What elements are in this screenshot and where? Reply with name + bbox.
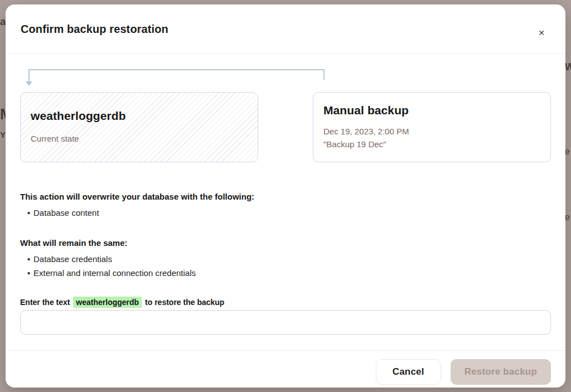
overwrite-section: This action will overwrite your database… — [20, 192, 551, 220]
list-item: Database credentials — [20, 252, 551, 266]
confirmation-input[interactable] — [20, 310, 551, 335]
list-item: Database content — [20, 206, 551, 220]
background-text-fragment: Y — [0, 130, 6, 139]
restore-flow-arrow — [20, 54, 551, 92]
background-page-left-edge: a M Y — [0, 0, 6, 392]
close-button[interactable]: ✕ — [534, 26, 549, 40]
remain-same-list: Database credentials External and intern… — [20, 252, 551, 280]
current-state-label: Current state — [31, 132, 248, 145]
background-text-fragment: M — [0, 107, 6, 122]
background-text-fragment: a — [0, 16, 6, 27]
modal-header: Confirm backup restoration ✕ — [6, 4, 565, 54]
confirmation-label-suffix: to restore the backup — [143, 298, 224, 307]
current-state-card: weatherloggerdb Current state — [20, 92, 258, 162]
close-icon: ✕ — [538, 29, 545, 37]
confirmation-label-prefix: Enter the text — [20, 298, 72, 307]
confirmation-text-highlight: weatherloggerdb — [73, 297, 142, 308]
manual-backup-card: Manual backup Dec 19, 2023, 2:00 PM "Bac… — [313, 92, 551, 162]
background-page-right-edge: W e e — [565, 0, 571, 392]
modal-body: weatherloggerdb Current state Manual bac… — [6, 54, 565, 335]
backup-diagram: weatherloggerdb Current state Manual bac… — [20, 92, 551, 162]
backup-note: "Backup 19 Dec" — [323, 138, 540, 151]
modal-title: Confirm backup restoration — [21, 23, 565, 36]
overwrite-list: Database content — [20, 206, 551, 220]
database-name: weatherloggerdb — [31, 109, 248, 123]
background-text-fragment: W — [565, 62, 571, 72]
background-text-fragment: e — [565, 212, 570, 222]
remain-same-section: What will remain the same: Database cred… — [20, 239, 551, 280]
modal-footer: Cancel Restore backup — [6, 351, 565, 388]
backup-date: Dec 19, 2023, 2:00 PM — [323, 125, 540, 138]
arrow-line-left — [28, 69, 30, 82]
cancel-button[interactable]: Cancel — [376, 359, 441, 385]
arrow-head-icon — [26, 81, 32, 86]
remain-same-heading: What will remain the same: — [20, 239, 551, 248]
backup-type-title: Manual backup — [323, 104, 540, 117]
arrow-line-right — [323, 69, 325, 80]
overwrite-heading: This action will overwrite your database… — [20, 192, 551, 201]
background-text-fragment: e — [565, 147, 570, 156]
confirmation-label: Enter the text weatherloggerdb to restor… — [20, 298, 551, 307]
arrow-line-horizontal — [28, 69, 325, 70]
list-item: External and internal connection credent… — [20, 266, 551, 280]
restore-backup-button[interactable]: Restore backup — [451, 359, 551, 385]
confirm-backup-restoration-modal: Confirm backup restoration ✕ weatherlogg… — [6, 4, 565, 388]
